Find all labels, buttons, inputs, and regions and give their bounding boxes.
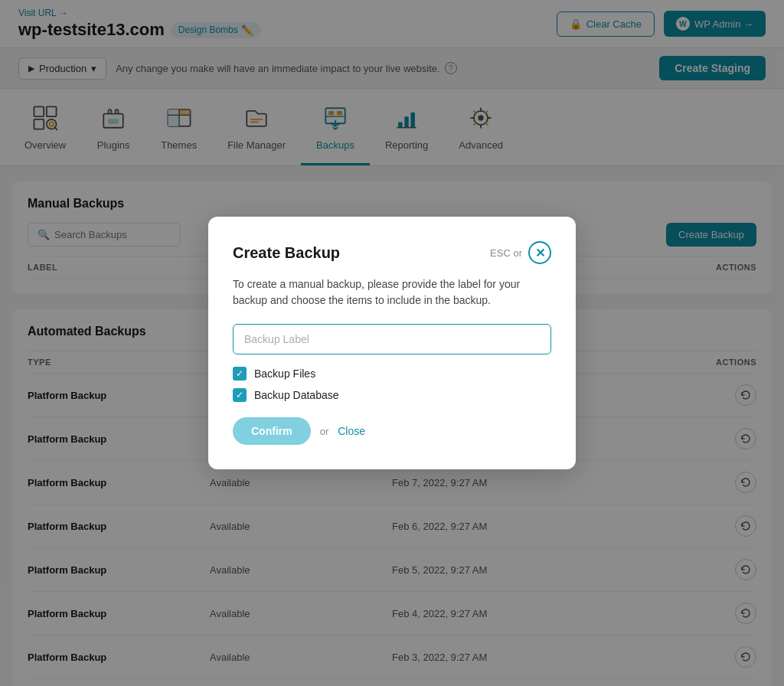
check-icon-db: ✓ <box>236 390 243 400</box>
modal-or-text: or <box>320 426 329 437</box>
backup-files-checkbox[interactable]: ✓ <box>233 367 247 381</box>
modal-actions: Confirm or Close <box>233 417 551 445</box>
confirm-button[interactable]: Confirm <box>233 417 311 445</box>
modal-overlay: Create Backup ESC or ✕ To create a manua… <box>0 0 784 686</box>
backup-label-input[interactable] <box>233 324 551 354</box>
backup-database-label: Backup Database <box>254 389 339 401</box>
backup-files-checkbox-row: ✓ Backup Files <box>233 367 551 381</box>
backup-database-checkbox-row: ✓ Backup Database <box>233 388 551 402</box>
modal-title: Create Backup <box>233 244 340 262</box>
modal-close-link-button[interactable]: Close <box>338 425 365 437</box>
modal-close-x-button[interactable]: ✕ <box>528 241 551 264</box>
backup-database-checkbox[interactable]: ✓ <box>233 388 247 402</box>
modal-description: To create a manual backup, please provid… <box>233 276 551 309</box>
modal-header: Create Backup ESC or ✕ <box>233 241 551 264</box>
check-icon: ✓ <box>236 368 243 379</box>
create-backup-modal: Create Backup ESC or ✕ To create a manua… <box>208 217 576 469</box>
modal-esc-area: ESC or ✕ <box>490 241 551 264</box>
backup-files-label: Backup Files <box>254 368 315 380</box>
